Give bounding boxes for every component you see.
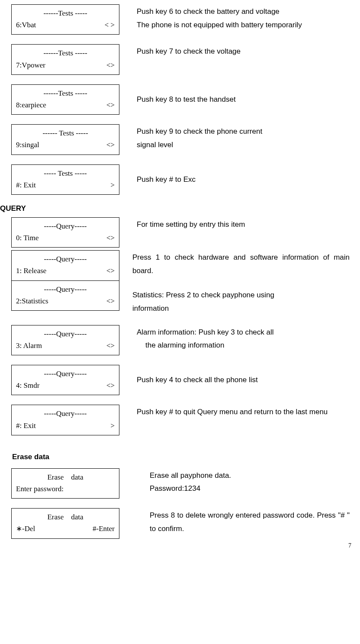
test-row-9: ------ Tests ----- 9:singal <> Push key … — [0, 124, 360, 155]
desc-line: Erase all payphone data. — [150, 471, 231, 480]
lcd-header: Erase data — [16, 511, 115, 523]
lcd-left: 0: Time — [16, 232, 39, 244]
desc-line-indent: the alarming information — [137, 339, 350, 352]
lcd-header: -----Query----- — [16, 253, 115, 265]
desc: Push key 8 to test the handset — [137, 84, 360, 106]
lcd-left: 8:earpiece — [16, 99, 46, 111]
lcd-box: ------ Tests ----- 9:singal <> — [11, 124, 119, 155]
lcd-left: 3: Alarm — [16, 340, 42, 351]
lcd-box: Erase data Enter password: — [11, 468, 119, 499]
desc-line: Push key 9 to check the phone current — [137, 127, 262, 135]
lcd-left: 9:singal — [16, 139, 39, 151]
desc-line: Push key # to quit Query menu and return… — [137, 408, 328, 416]
lcd-line: Enter password: — [16, 483, 115, 495]
lcd-right: <> — [106, 295, 115, 307]
lcd-header: ------Tests ----- — [16, 7, 115, 19]
page-number: 7 — [348, 542, 351, 549]
lcd-right: <> — [106, 265, 115, 277]
lcd-line: ∗-Del #-Enter — [16, 523, 115, 535]
lcd-box: -----Query----- 1: Release <> — [11, 250, 119, 280]
lcd-line: 8:earpiece <> — [16, 99, 115, 111]
query-row-3: -----Query----- 3: Alarm <> Alarm inform… — [0, 325, 360, 355]
lcd-right: < > — [105, 19, 115, 31]
lcd-line: 2:Statistics <> — [16, 295, 115, 307]
lcd-box: Erase data ∗-Del #-Enter — [11, 508, 119, 538]
lcd-line: 3: Alarm <> — [16, 340, 115, 351]
lcd-header: ------Tests ----- — [16, 47, 115, 59]
lcd-right: <> — [106, 340, 115, 351]
test-row-6: ------Tests ----- 6:Vbat < > Push key 6 … — [0, 4, 360, 35]
lcd-left: Enter password: — [16, 483, 64, 495]
lcd-left: ∗-Del — [16, 523, 35, 535]
query-row-exit: -----Query----- #: Exit > Push key # to … — [0, 405, 360, 435]
lcd-box: -----Query----- 2:Statistics <> — [11, 280, 119, 311]
desc-line: For time setting by entry this item — [137, 220, 245, 229]
lcd-header: Erase data — [16, 471, 115, 483]
desc-line: Alarm information: Push key 3 to check a… — [137, 328, 274, 336]
lcd-left: #: Exit — [16, 420, 36, 431]
lcd-right: <> — [106, 139, 115, 151]
test-row-8: ------Tests ----- 8:earpiece <> Push key… — [0, 84, 360, 115]
erase-row-1: Erase data Enter password: Erase all pay… — [0, 468, 360, 499]
desc-line: Password:1234 — [150, 484, 200, 493]
lcd-line: 0: Time <> — [16, 232, 115, 244]
lcd-header: ------Tests ----- — [16, 87, 115, 99]
lcd-line: 6:Vbat < > — [16, 19, 115, 31]
lcd-right: > — [110, 420, 115, 431]
lcd-box: -----Query----- #: Exit > — [11, 405, 119, 435]
lcd-right: #-Enter — [93, 523, 115, 535]
desc-line: Push key 4 to check all the phone list — [137, 376, 258, 384]
desc: Push key 6 to check the battery and volt… — [137, 4, 360, 32]
lcd-right: <> — [106, 99, 115, 111]
lcd-line: 4: Smdr <> — [16, 380, 115, 391]
lcd-left: 7:Vpower — [16, 59, 45, 71]
desc-line: The phone is not equipped with battery t… — [137, 21, 302, 29]
lcd-right: <> — [106, 380, 115, 391]
lcd-box: ----- Tests ----- #: Exit > — [11, 164, 119, 195]
lcd-right: <> — [106, 59, 115, 71]
lcd-left: 1: Release — [16, 265, 46, 277]
lcd-header: -----Query----- — [16, 368, 115, 380]
lcd-line: 9:singal <> — [16, 139, 115, 151]
erase-row-2: Erase data ∗-Del #-Enter Press 8 to dele… — [0, 508, 360, 538]
query-row-0: -----Query----- 0: Time <> For time sett… — [0, 217, 360, 248]
lcd-header: ------ Tests ----- — [16, 127, 115, 139]
lcd-header: -----Query----- — [16, 283, 115, 295]
desc: For time setting by entry this item — [137, 217, 360, 232]
lcd-line: #: Exit > — [16, 420, 115, 431]
desc-line: Push key 8 to test the handset — [137, 95, 236, 103]
desc: Press 1 to check hardware and software i… — [132, 250, 360, 315]
lcd-left: 2:Statistics — [16, 295, 48, 307]
desc-line: Press 8 to delete wrongly entered passwo… — [150, 511, 350, 533]
lcd-header: -----Query----- — [16, 220, 115, 232]
lcd-line: 7:Vpower <> — [16, 59, 115, 71]
query-row-4: -----Query----- 4: Smdr <> Push key 4 to… — [0, 365, 360, 395]
lcd-line: #: Exit > — [16, 179, 115, 191]
lcd-left: 6:Vbat — [16, 19, 36, 31]
lcd-header: -----Query----- — [16, 328, 115, 340]
desc-line: signal level — [137, 141, 173, 149]
section-heading-erase: Erase data — [12, 453, 360, 461]
section-heading-query: QUERY — [0, 204, 360, 213]
lcd-right: > — [110, 179, 115, 191]
desc-line: Push key 6 to check the battery and volt… — [137, 7, 280, 16]
lcd-line: 1: Release <> — [16, 265, 115, 277]
test-row-exit: ----- Tests ----- #: Exit > Push key # t… — [0, 164, 360, 195]
lcd-header: ----- Tests ----- — [16, 167, 115, 179]
lcd-box: -----Query----- 3: Alarm <> — [11, 325, 119, 355]
desc-line: Push key # to Exc — [137, 175, 196, 184]
lcd-left: #: Exit — [16, 179, 36, 191]
lcd-left: 4: Smdr — [16, 380, 39, 391]
lcd-box: -----Query----- 4: Smdr <> — [11, 365, 119, 395]
lcd-right: <> — [106, 232, 115, 244]
lcd-box: ------Tests ----- 6:Vbat < > — [11, 4, 119, 35]
desc: Push key 9 to check the phone current si… — [137, 124, 360, 151]
lcd-box: -----Query----- 0: Time <> — [11, 217, 119, 248]
desc-line: Statistics: Press 2 to check payphone us… — [132, 291, 274, 299]
desc-line: information — [132, 304, 169, 312]
desc-line: Press 1 to check hardware and software i… — [132, 253, 350, 275]
desc: Push key # to quit Query menu and return… — [137, 405, 360, 419]
desc-line: Push key 7 to check the voltage — [137, 47, 241, 55]
test-row-7: ------Tests ----- 7:Vpower <> Push key 7… — [0, 44, 360, 74]
desc: Push key 4 to check all the phone list — [137, 365, 360, 387]
